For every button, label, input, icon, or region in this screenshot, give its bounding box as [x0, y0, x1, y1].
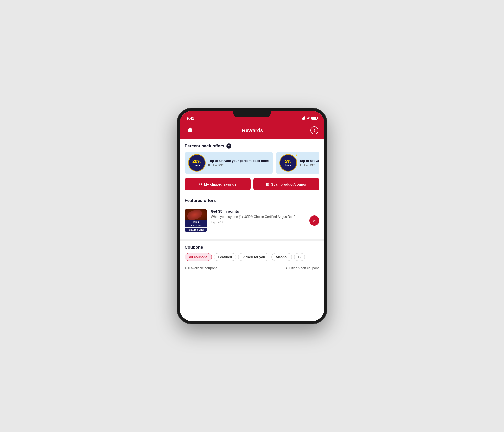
percent-back-section: Percent back offers ? ✦ 20% back Tap to …	[180, 139, 324, 178]
clip-button[interactable]: ✂	[309, 215, 319, 226]
offer-text-2: Tap to activate your percent back offer!…	[300, 159, 320, 167]
percent-back-info-icon[interactable]: ?	[226, 143, 231, 149]
signal-bar-3	[303, 117, 304, 120]
featured-badge: Featured offer	[185, 228, 207, 232]
battery-fill	[312, 117, 316, 119]
signal-bar-4	[304, 116, 305, 120]
coupons-section: Coupons All coupons Featured Picked for …	[180, 241, 324, 274]
big-text: BIG	[186, 220, 206, 224]
signal-bars-icon	[301, 117, 305, 120]
featured-offer-title-text: Get $5 in points	[211, 209, 306, 213]
percent-label-5: back	[285, 164, 291, 167]
featured-offers-title: Featured offers	[185, 198, 319, 203]
star-burst-icon-2: ✦	[295, 154, 297, 157]
percent-back-title: Percent back offers ?	[185, 143, 319, 149]
barcode-icon: ▦	[265, 182, 269, 187]
percent-back-offer-2[interactable]: ✦ 5% back Tap to activate your percent b…	[276, 152, 320, 174]
scan-product-coupon-button[interactable]: ▦ Scan product/coupon	[253, 178, 319, 190]
tab-featured[interactable]: Featured	[214, 253, 236, 261]
percent-value-5: 5%	[285, 159, 291, 164]
featured-offers-section: Featured offers BIG App Deal Featured of…	[180, 194, 324, 239]
tab-alcohol[interactable]: Alcohol	[271, 253, 292, 261]
header-title: Rewards	[242, 128, 263, 133]
offer-expires-2: Expires 9/12	[300, 164, 320, 167]
status-icons: ⌘	[301, 116, 317, 120]
offers-scroll: ✦ 20% back Tap to activate your percent …	[185, 152, 319, 174]
phone-frame: 9:41 ⌘ Rewards	[177, 108, 327, 324]
big-app-deal-label: BIG App Deal	[185, 220, 207, 227]
action-buttons: ✂ My clipped savings ▦ Scan product/coup…	[180, 178, 324, 194]
main-content: Percent back offers ? ✦ 20% back Tap to …	[180, 139, 324, 321]
app-header: Rewards ?	[180, 124, 324, 139]
coupon-count: 150 available coupons	[185, 266, 217, 270]
coupon-footer: 150 available coupons ⧩ Fitler & sort co…	[185, 265, 319, 270]
tab-picked-for-you[interactable]: Picked for you	[238, 253, 269, 261]
offer-expires-1: Expires 9/12	[208, 164, 269, 167]
featured-offer-expiry: Exp. 9/12	[211, 221, 306, 224]
coupons-title: Coupons	[185, 245, 319, 250]
clip-scissors-icon: ✂	[313, 218, 316, 223]
scissors-icon: ✂	[199, 182, 202, 187]
help-icon: ?	[313, 128, 315, 133]
offer-activate-1: Tap to activate your percent back offer!	[208, 159, 269, 163]
signal-bar-1	[301, 119, 301, 120]
star-burst-icon: ✦	[204, 154, 206, 157]
signal-bar-2	[302, 118, 303, 120]
tab-all-coupons[interactable]: All coupons	[185, 253, 212, 261]
percent-label-20: back	[194, 164, 200, 167]
my-clipped-savings-button[interactable]: ✂ My clipped savings	[185, 178, 251, 190]
tab-more[interactable]: B	[294, 253, 305, 261]
notification-button[interactable]	[186, 126, 195, 135]
coupon-tabs: All coupons Featured Picked for you Alco…	[185, 253, 319, 262]
filter-sort-label: Fitler & sort coupons	[289, 266, 319, 270]
app-deal-text: App Deal	[191, 224, 201, 226]
offer-text-1: Tap to activate your percent back offer!…	[208, 159, 269, 167]
featured-offer-description: When you buy one (1) USDA Choice Certifi…	[211, 214, 306, 219]
featured-offer-info: Get $5 in points When you buy one (1) US…	[211, 209, 306, 224]
battery-icon	[311, 117, 317, 120]
featured-offer-card-1[interactable]: BIG App Deal Featured offer Get $5 in po…	[185, 206, 319, 235]
filter-sort-icon: ⧩	[285, 266, 288, 270]
filter-sort-button[interactable]: ⧩ Fitler & sort coupons	[285, 266, 319, 270]
percent-value-20: 20%	[192, 159, 201, 164]
phone-screen: 9:41 ⌘ Rewards	[180, 111, 324, 321]
help-button[interactable]: ?	[310, 126, 318, 134]
offer-activate-2: Tap to activate your percent back offer!	[300, 159, 320, 163]
featured-offer-image: BIG App Deal Featured offer	[185, 209, 207, 232]
scan-label: Scan product/coupon	[271, 182, 307, 186]
meat-image	[185, 209, 207, 220]
percent-back-offer-1[interactable]: ✦ 20% back Tap to activate your percent …	[185, 152, 273, 174]
phone-notch	[233, 111, 271, 117]
status-time: 9:41	[187, 116, 194, 120]
percent-badge-20: ✦ 20% back	[188, 154, 206, 172]
percent-badge-5: ✦ 5% back	[279, 154, 297, 172]
section-divider	[180, 239, 324, 241]
clipped-savings-label: My clipped savings	[204, 182, 236, 186]
wifi-icon: ⌘	[307, 116, 310, 120]
